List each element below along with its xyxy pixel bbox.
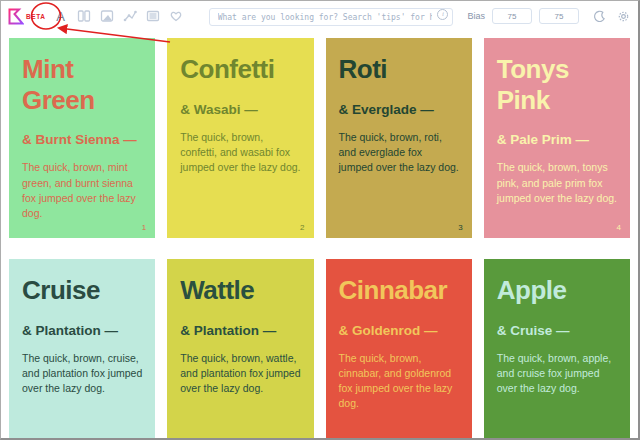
beta-badge: BETA [26,13,46,20]
card-body: The quick, brown, cinnabar, and goldenro… [339,351,459,412]
card-body: The quick, brown, roti, and everglade fo… [339,130,459,176]
typography-icon[interactable]: A [54,9,68,23]
card-number: 2 [300,223,304,232]
graph-icon[interactable] [123,9,137,23]
card-subtitle: & Plantation — [180,323,300,338]
card-body: The quick, brown, tonys pink, and pale p… [497,160,617,206]
card-body: The quick, brown, mint green, and burnt … [22,160,142,221]
color-card[interactable]: Roti & Everglade — The quick, brown, rot… [326,38,472,238]
toolbar: BETA A i Bias [1,1,638,31]
card-subtitle: & Pale Prim — [497,132,617,147]
list-icon[interactable] [146,9,160,23]
khroma-logo[interactable] [8,8,24,25]
search-input[interactable] [209,8,454,26]
color-card[interactable]: Cruise & Plantation — The quick, brown, … [9,259,155,440]
card-grid: Mint Green & Burnt Sienna — The quick, b… [9,38,630,440]
card-subtitle: & Cruise — [497,323,617,338]
card-title: Wattle [180,275,300,306]
color-card[interactable]: Apple & Cruise — The quick, brown, apple… [484,259,630,440]
card-title: Apple [497,275,617,306]
card-body: The quick, brown, confetti, and wasabi f… [180,130,300,176]
gear-icon[interactable] [616,9,630,23]
card-number: 3 [458,223,462,232]
card-body: The quick, brown, wattle, and plantation… [180,351,300,397]
color-card[interactable]: Wattle & Plantation — The quick, brown, … [167,259,313,440]
card-subtitle: & Everglade — [339,102,459,117]
heart-icon[interactable] [169,9,183,23]
image-icon[interactable] [100,9,114,23]
card-title: Roti [339,54,459,85]
card-title: Mint Green [22,54,142,115]
card-title: Cinnabar [339,275,459,306]
app-window: BETA A i Bias [0,0,640,440]
card-subtitle: & Burnt Sienna — [22,132,142,147]
card-body: The quick, brown, apple, and cruise fox … [497,351,617,397]
color-card[interactable]: Mint Green & Burnt Sienna — The quick, b… [9,38,155,238]
card-title: Tonys Pink [497,54,617,115]
card-subtitle: & Wasabi — [180,102,300,117]
moon-icon[interactable] [592,9,606,23]
card-title: Confetti [180,54,300,85]
search-wrap: i [209,6,454,27]
card-subtitle: & Goldenrod — [339,323,459,338]
color-card[interactable]: Confetti & Wasabi — The quick, brown, co… [167,38,313,238]
card-number: 4 [617,223,621,232]
toolbar-right [592,9,630,23]
card-number: 1 [142,223,146,232]
card-title: Cruise [22,275,142,306]
color-card[interactable]: Tonys Pink & Pale Prim — The quick, brow… [484,38,630,238]
columns-icon[interactable] [77,9,91,23]
bias-label: Bias [467,11,485,21]
bias-input-2[interactable] [539,8,579,24]
view-switcher: A [54,9,183,23]
color-card[interactable]: Cinnabar & Goldenrod — The quick, brown,… [326,259,472,440]
card-subtitle: & Plantation — [22,323,142,338]
bias-input-1[interactable] [492,8,532,24]
card-body: The quick, brown, cruise, and plantation… [22,351,142,397]
